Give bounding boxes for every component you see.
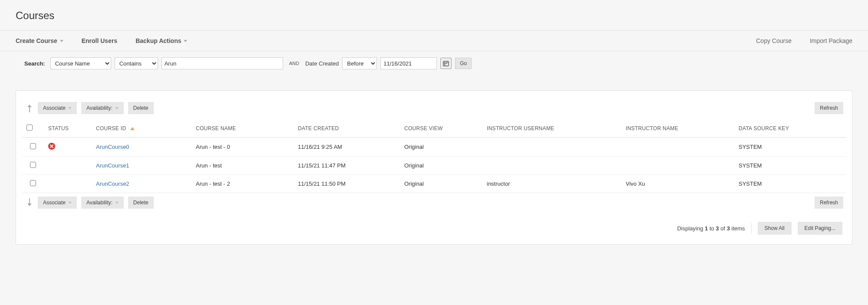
associate-label: Associate: [43, 200, 66, 206]
top-menubar: Create Course Enroll Users Backup Action…: [0, 30, 868, 51]
row-checkbox[interactable]: [30, 180, 36, 186]
cell-data-source-key: SYSTEM: [734, 175, 846, 193]
paging-of-word: of: [719, 225, 727, 232]
select-arrow-icon: [27, 104, 33, 112]
cell-course-view: Original: [400, 175, 482, 193]
course-id-link[interactable]: ArunCourse1: [96, 162, 129, 169]
chevron-down-icon: [115, 107, 119, 109]
row-checkbox[interactable]: [30, 162, 36, 168]
cell-instructor-username: instructor: [482, 175, 621, 193]
course-id-link[interactable]: ArunCourse0: [96, 144, 129, 150]
col-course-id-label: COURSE ID: [96, 125, 126, 131]
delete-button[interactable]: Delete: [128, 102, 154, 114]
status-unavailable-icon: [48, 143, 55, 150]
col-instructor-name[interactable]: INSTRUCTOR NAME: [621, 119, 734, 138]
chevron-down-icon: [68, 107, 72, 109]
paging-to: 3: [716, 225, 719, 232]
col-course-id[interactable]: COURSE ID: [92, 119, 191, 138]
cell-instructor-name: [621, 157, 734, 175]
chevron-down-icon: [68, 202, 72, 204]
table-header-row: STATUS COURSE ID COURSE NAME DATE CREATE…: [22, 119, 846, 138]
menu-import-package-label: Import Package: [810, 37, 852, 44]
availability-button[interactable]: Availability:: [81, 197, 124, 209]
sort-asc-icon: [130, 127, 135, 130]
col-status[interactable]: STATUS: [44, 119, 92, 138]
search-row: Search: Course Name Contains AND Date Cr…: [0, 51, 868, 75]
associate-button[interactable]: Associate: [38, 102, 77, 114]
menu-import-package[interactable]: Import Package: [810, 37, 852, 44]
availability-label: Availability:: [86, 200, 112, 206]
search-date-label: Date Created: [305, 60, 339, 67]
search-term-input[interactable]: [162, 57, 283, 69]
col-course-name[interactable]: COURSE NAME: [191, 119, 294, 138]
page-title: Courses: [0, 0, 868, 30]
delete-button[interactable]: Delete: [128, 197, 154, 209]
search-operator-select[interactable]: Contains: [115, 57, 158, 69]
cell-date-created: 11/15/21 11:47 PM: [294, 157, 400, 175]
paging-footer: Displaying 1 to 3 of 3 items Show All Ed…: [22, 214, 846, 236]
associate-button[interactable]: Associate: [38, 197, 77, 209]
edit-paging-button[interactable]: Edit Paging...: [798, 222, 842, 235]
cell-date-created: 11/15/21 11:50 PM: [294, 175, 400, 193]
availability-label: Availability:: [86, 105, 112, 111]
col-instructor-username[interactable]: INSTRUCTOR USERNAME: [482, 119, 621, 138]
refresh-button[interactable]: Refresh: [815, 197, 843, 209]
table-row: ArunCourse2 Arun - test - 2 11/15/21 11:…: [22, 175, 846, 193]
search-go-button[interactable]: Go: [455, 58, 472, 69]
select-all-checkbox[interactable]: [26, 125, 33, 131]
availability-button[interactable]: Availability:: [81, 102, 124, 114]
table-row: ArunCourse0 Arun - test - 0 11/16/21 9:2…: [22, 138, 846, 157]
show-all-button[interactable]: Show All: [758, 222, 792, 235]
select-arrow-icon: [27, 198, 33, 207]
calendar-button[interactable]: [440, 58, 452, 69]
paging-text: Displaying 1 to 3 of 3 items: [677, 225, 745, 232]
svg-rect-6: [444, 65, 445, 66]
col-data-source-key[interactable]: DATA SOURCE KEY: [734, 119, 846, 138]
paging-to-word: to: [708, 225, 716, 232]
col-course-view[interactable]: COURSE VIEW: [400, 119, 482, 138]
menu-copy-course[interactable]: Copy Course: [756, 37, 792, 44]
paging-total: 3: [727, 225, 730, 232]
cell-course-view: Original: [400, 157, 482, 175]
cell-course-name: Arun - test - 2: [191, 175, 294, 193]
svg-rect-4: [444, 63, 445, 64]
row-checkbox[interactable]: [30, 143, 36, 149]
refresh-button[interactable]: Refresh: [815, 102, 843, 114]
search-label: Search:: [24, 60, 45, 67]
chevron-down-icon: [115, 202, 119, 204]
menu-enroll-users-label: Enroll Users: [82, 37, 117, 44]
cell-course-view: Original: [400, 138, 482, 157]
cell-course-name: Arun - test: [191, 157, 294, 175]
action-bar-top: Associate Availability: Delete Refresh: [27, 102, 846, 114]
menu-create-course-label: Create Course: [16, 37, 57, 44]
cell-instructor-name: Vivo Xu: [621, 175, 734, 193]
associate-label: Associate: [43, 105, 66, 111]
cell-course-name: Arun - test - 0: [191, 138, 294, 157]
menu-copy-course-label: Copy Course: [756, 37, 792, 44]
search-date-input[interactable]: [380, 57, 437, 69]
cell-date-created: 11/16/21 9:25 AM: [294, 138, 400, 157]
divider: [751, 223, 752, 233]
menu-backup-actions-label: Backup Actions: [135, 37, 181, 44]
courses-table: STATUS COURSE ID COURSE NAME DATE CREATE…: [22, 119, 846, 193]
table-row: ArunCourse1 Arun - test 11/15/21 11:47 P…: [22, 157, 846, 175]
menu-enroll-users[interactable]: Enroll Users: [82, 37, 117, 44]
cell-instructor-username: [482, 138, 621, 157]
results-panel: Associate Availability: Delete Refresh S…: [16, 90, 852, 245]
cell-instructor-username: [482, 157, 621, 175]
search-field-select[interactable]: Course Name: [50, 57, 111, 69]
paging-prefix: Displaying: [677, 225, 705, 232]
search-date-op-select[interactable]: Before: [342, 57, 377, 69]
chevron-down-icon: [184, 40, 187, 42]
paging-suffix: items: [730, 225, 745, 232]
col-date-created[interactable]: DATE CREATED: [294, 119, 400, 138]
action-bar-bottom: Associate Availability: Delete Refresh: [27, 197, 846, 209]
cell-data-source-key: SYSTEM: [734, 138, 846, 157]
chevron-down-icon: [60, 40, 63, 42]
menu-create-course[interactable]: Create Course: [16, 37, 63, 44]
calendar-icon: [442, 60, 449, 67]
cell-data-source-key: SYSTEM: [734, 157, 846, 175]
menu-backup-actions[interactable]: Backup Actions: [135, 37, 187, 44]
course-id-link[interactable]: ArunCourse2: [96, 180, 129, 187]
svg-rect-5: [446, 63, 447, 64]
